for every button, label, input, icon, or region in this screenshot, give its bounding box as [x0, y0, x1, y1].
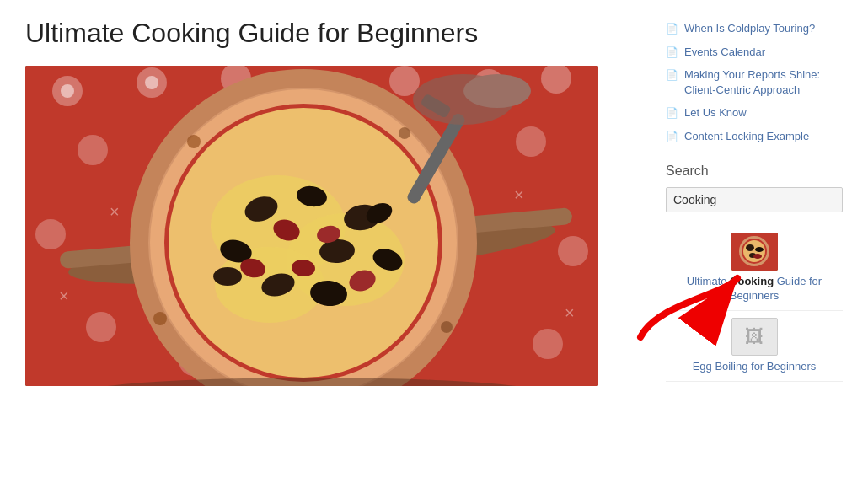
svg-text:×: × [514, 185, 524, 204]
svg-point-12 [35, 219, 66, 249]
svg-point-14 [86, 312, 116, 342]
pizza-thumb-image [731, 233, 778, 271]
svg-point-63 [753, 254, 762, 259]
hero-image: × × × × [25, 66, 598, 386]
doc-icon-1: 📄 [666, 23, 678, 35]
page-wrapper: Ultimate Cooking Guide for Beginners [0, 0, 868, 488]
svg-point-7 [389, 66, 420, 96]
doc-icon-3: 📄 [666, 69, 678, 81]
svg-point-54 [463, 74, 531, 108]
sidebar-link-reports[interactable]: Making Your Reports Shine: Client-Centri… [684, 67, 843, 97]
search-label: Search [666, 164, 843, 179]
pizza-image: × × × × [25, 66, 598, 386]
sidebar: 📄 When Is Coldplay Touring? 📄 Events Cal… [666, 17, 843, 471]
sidebar-nav-item-3: 📄 Making Your Reports Shine: Client-Cent… [666, 67, 843, 97]
sidebar-nav: 📄 When Is Coldplay Touring? 📄 Events Cal… [666, 21, 843, 143]
search-results: Ultimate Cooking Guide for Beginners 🖼 E… [666, 226, 843, 382]
doc-icon-5: 📄 [666, 131, 678, 142]
svg-point-13 [558, 236, 588, 266]
sidebar-nav-item-2: 📄 Events Calendar [666, 45, 843, 60]
sidebar-link-coldplay[interactable]: When Is Coldplay Touring? [684, 21, 815, 36]
search-result-item-1: Ultimate Cooking Guide for Beginners [666, 226, 843, 311]
svg-point-40 [213, 267, 242, 286]
svg-point-48 [399, 127, 410, 139]
search-result-thumb-2: 🖼 [731, 318, 778, 356]
hero-image-container: × × × × [25, 66, 598, 386]
sidebar-nav-item-1: 📄 When Is Coldplay Touring? [666, 21, 843, 36]
svg-point-11 [516, 126, 546, 157]
doc-icon-4: 📄 [666, 107, 678, 119]
svg-point-61 [755, 247, 764, 252]
sidebar-link-content-locking[interactable]: Content Locking Example [684, 129, 809, 144]
image-placeholder-icon: 🖼 [745, 326, 764, 348]
sidebar-nav-item-4: 📄 Let Us Know [666, 105, 843, 121]
svg-point-49 [153, 312, 167, 325]
search-input[interactable] [666, 187, 843, 212]
search-section: Search [666, 164, 843, 382]
main-content: Ultimate Cooking Guide for Beginners [25, 17, 640, 471]
svg-point-4 [145, 76, 158, 89]
svg-point-60 [746, 244, 754, 251]
svg-point-10 [78, 135, 108, 165]
svg-point-2 [61, 84, 74, 98]
search-box-wrapper [666, 187, 843, 212]
search-result-thumb-1 [731, 233, 778, 271]
svg-text:×: × [59, 287, 69, 305]
svg-text:×: × [110, 202, 120, 221]
search-result-item-2: 🖼 Egg Boiling for Beginners [666, 311, 843, 382]
svg-text:×: × [565, 303, 575, 322]
sidebar-link-events[interactable]: Events Calendar [684, 45, 765, 60]
svg-point-47 [187, 135, 201, 148]
sidebar-link-letusknow[interactable]: Let Us Know [684, 105, 747, 121]
svg-point-15 [533, 329, 563, 359]
search-result-link-1[interactable]: Ultimate Cooking Guide for Beginners [666, 275, 843, 303]
page-title: Ultimate Cooking Guide for Beginners [25, 17, 640, 49]
doc-icon-2: 📄 [666, 46, 678, 58]
search-result-link-2[interactable]: Egg Boiling for Beginners [693, 360, 817, 374]
svg-point-50 [441, 321, 453, 333]
sidebar-nav-item-5: 📄 Content Locking Example [666, 129, 843, 144]
